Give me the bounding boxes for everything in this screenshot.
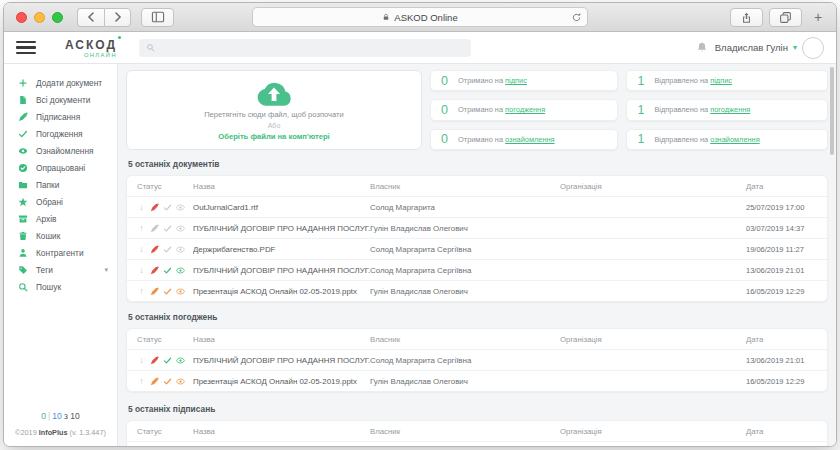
table-row[interactable]: Презентація АСКОД Онлайн 02-05-2019.pptx…	[127, 280, 827, 301]
share-button[interactable]	[730, 8, 763, 27]
owner: Гулін Владислав Олегович	[370, 377, 560, 386]
table-row[interactable]: OutJurnalCard1.rtf Солод Маргарита 25/07…	[127, 441, 827, 446]
app-logo[interactable]: АСКОД ОНЛАЙН	[51, 38, 117, 58]
summary-link[interactable]: підпис	[710, 76, 732, 85]
column-name: Назва	[193, 427, 370, 436]
tabs-icon	[779, 11, 792, 24]
summary-count: 1	[637, 103, 645, 117]
back-button[interactable]	[77, 8, 104, 27]
pager-zero[interactable]: 0	[41, 411, 46, 421]
document-name: Презентація АСКОД Онлайн 02-05-2019.pptx	[193, 377, 370, 386]
section-title-signings: 5 останніх підписань	[128, 404, 828, 414]
search-icon	[17, 281, 28, 292]
check-circle-icon	[17, 162, 28, 173]
folder-icon	[17, 179, 28, 190]
direction-arrow-icon	[137, 223, 146, 233]
eye-icon	[176, 223, 185, 233]
check-icon	[163, 286, 172, 296]
upload-dropzone[interactable]: Перетягніть сюди файл, щоб розпочати Або…	[126, 70, 422, 150]
summary-card-sent-sign: 1 Відправлено на підпис	[626, 70, 828, 91]
main-content: Перетягніть сюди файл, щоб розпочати Або…	[118, 64, 836, 446]
forward-button[interactable]	[104, 8, 131, 27]
bell-icon[interactable]	[696, 41, 708, 54]
sidebar-item-tags[interactable]: Теги ▾	[4, 261, 117, 278]
sidebar-item-trash[interactable]: Кошик	[4, 227, 117, 244]
table-row[interactable]: Держрибагенство.PDF Солод Маргарита Серг…	[127, 238, 827, 259]
column-organization: Організація	[560, 182, 746, 191]
sidebar-item-counterparties[interactable]: Контрагенти	[4, 244, 117, 261]
table-row[interactable]: Презентація АСКОД Онлайн 02-05-2019.pptx…	[127, 370, 827, 391]
document-name: ПУБЛІЧНИЙ ДОГОВІР ПРО НАДАННЯ ПОСЛУГ.doc…	[193, 356, 370, 365]
sidebar-panel-icon	[151, 11, 165, 23]
document-name: Держрибагенство.PDF	[193, 245, 370, 254]
eye-icon	[176, 202, 185, 212]
sidebar-toggle-button[interactable]	[141, 8, 174, 27]
table-row[interactable]: ПУБЛІЧНИЙ ДОГОВІР ПРО НАДАННЯ ПОСЛУГ.doc…	[127, 349, 827, 370]
document-name: Презентація АСКОД Онлайн 02-05-2019.pptx	[193, 287, 370, 296]
pen-icon	[150, 202, 159, 212]
user-menu[interactable]: Владислав Гулін ▾	[715, 37, 824, 59]
new-tab-button[interactable]: +	[808, 8, 828, 27]
upload-hint: Перетягніть сюди файл, щоб розпочати	[204, 110, 344, 119]
check-icon	[17, 128, 28, 139]
column-owner: Власник	[370, 182, 560, 191]
column-date: Дата	[746, 335, 817, 344]
sidebar-item-all-documents[interactable]: Всі документи	[4, 91, 117, 108]
sidebar: Додати документ Всі документи Підписання…	[4, 64, 118, 446]
sidebar-item-processed[interactable]: Опрацьовані	[4, 159, 117, 176]
sidebar-item-add-document[interactable]: Додати документ	[4, 74, 117, 91]
eye-icon	[176, 355, 185, 365]
check-icon	[163, 244, 172, 254]
close-button[interactable]	[16, 12, 27, 23]
owner: Гулін Владислав Олегович	[370, 287, 560, 296]
summary-link[interactable]: підпис	[505, 76, 527, 85]
summary-link[interactable]: погодження	[505, 105, 545, 114]
content-scrollbar[interactable]	[830, 67, 834, 155]
search-input[interactable]	[160, 42, 464, 54]
refresh-button[interactable]	[571, 11, 582, 26]
tabs-overview-button[interactable]	[769, 8, 802, 27]
column-owner: Власник	[370, 335, 560, 344]
minimize-button[interactable]	[34, 12, 45, 23]
sidebar-item-archive[interactable]: Архів	[4, 210, 117, 227]
chevron-right-icon	[114, 12, 122, 22]
browser-titlebar: ASKOD Online +	[4, 3, 836, 32]
pager-count[interactable]: 10	[52, 411, 61, 421]
upload-browse-link[interactable]: Оберіть файли на комп'ютері	[218, 132, 329, 141]
summary-count: 1	[637, 74, 645, 88]
direction-arrow-icon	[137, 376, 146, 386]
address-bar[interactable]: ASKOD Online	[252, 7, 588, 27]
archive-icon	[17, 213, 28, 224]
summary-card-received-review: 0 Отримано на ознайомлення	[430, 129, 618, 150]
column-date: Дата	[746, 182, 817, 191]
date: 16/05/2019 12:29	[746, 377, 817, 386]
summary-card-received-approval: 0 Отримано на погодження	[430, 99, 618, 120]
sidebar-item-approval[interactable]: Погодження	[4, 125, 117, 142]
lock-icon	[382, 12, 390, 22]
table-row[interactable]: ПУБЛІЧНИЙ ДОГОВІР ПРО НАДАННЯ ПОСЛУГ.doc…	[127, 217, 827, 238]
summary-link[interactable]: ознайомлення	[505, 135, 555, 144]
trash-icon	[17, 230, 28, 241]
sidebar-item-folders[interactable]: Папки	[4, 176, 117, 193]
table-row[interactable]: ПУБЛІЧНИЙ ДОГОВІР ПРО НАДАННЯ ПОСЛУГ.doc…	[127, 259, 827, 280]
pen-icon	[150, 376, 159, 386]
sidebar-item-review[interactable]: Ознайомлення	[4, 142, 117, 159]
fullscreen-button[interactable]	[52, 12, 63, 23]
summary-link[interactable]: погодження	[710, 105, 750, 114]
sidebar-item-favorites[interactable]: Обрані	[4, 193, 117, 210]
eye-icon	[176, 376, 185, 386]
avatar[interactable]	[802, 37, 824, 59]
traffic-lights	[16, 12, 63, 23]
eye-icon	[176, 244, 185, 254]
table-header: Статус Назва Власник Організація Дата	[127, 421, 827, 441]
document-name: ПУБЛІЧНИЙ ДОГОВІР ПРО НАДАННЯ ПОСЛУГ.doc…	[193, 224, 370, 233]
sidebar-item-search[interactable]: Пошук	[4, 278, 117, 295]
menu-button[interactable]	[16, 41, 36, 55]
logo-title: АСКОД	[65, 38, 117, 52]
search-icon	[146, 43, 155, 52]
summary-link[interactable]: ознайомлення	[710, 135, 760, 144]
table-row[interactable]: OutJurnalCard1.rtf Солод Маргарита 25/07…	[127, 196, 827, 217]
sidebar-item-signing[interactable]: Підписання	[4, 108, 117, 125]
pen-icon	[150, 355, 159, 365]
section-title-approvals: 5 останніх погоджень	[128, 312, 828, 322]
